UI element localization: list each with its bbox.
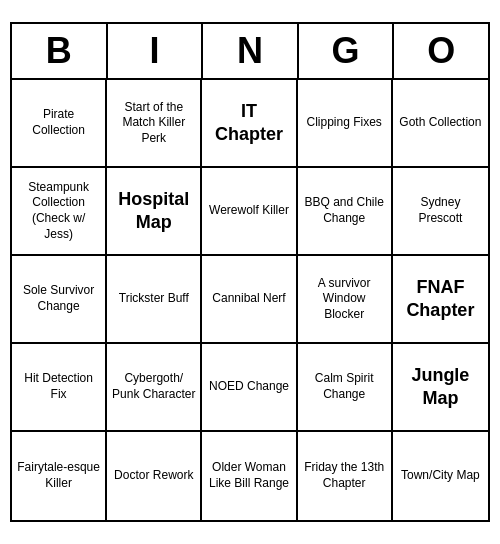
bingo-cell: Werewolf Killer	[202, 168, 297, 256]
bingo-cell: Doctor Rework	[107, 432, 202, 520]
bingo-cell: BBQ and Chile Change	[298, 168, 393, 256]
bingo-cell: Calm Spirit Change	[298, 344, 393, 432]
bingo-cell: Jungle Map	[393, 344, 488, 432]
header-letter: O	[394, 24, 488, 78]
bingo-cell: Friday the 13th Chapter	[298, 432, 393, 520]
bingo-cell: Clipping Fixes	[298, 80, 393, 168]
bingo-cell: Town/City Map	[393, 432, 488, 520]
header-letter: G	[299, 24, 395, 78]
bingo-cell: Fairytale-esque Killer	[12, 432, 107, 520]
bingo-cell: Cybergoth/ Punk Character	[107, 344, 202, 432]
bingo-cell: IT Chapter	[202, 80, 297, 168]
bingo-cell: A survivor Window Blocker	[298, 256, 393, 344]
bingo-cell: Steampunk Collection (Check w/ Jess)	[12, 168, 107, 256]
bingo-cell: Older Woman Like Bill Range	[202, 432, 297, 520]
bingo-cell: Sole Survivor Change	[12, 256, 107, 344]
header-letter: N	[203, 24, 299, 78]
bingo-cell: Hit Detection Fix	[12, 344, 107, 432]
bingo-cell: Start of the Match Killer Perk	[107, 80, 202, 168]
bingo-header: BINGO	[12, 24, 488, 80]
bingo-grid: Pirate CollectionStart of the Match Kill…	[12, 80, 488, 520]
header-letter: I	[108, 24, 204, 78]
bingo-cell: Sydney Prescott	[393, 168, 488, 256]
bingo-cell: FNAF Chapter	[393, 256, 488, 344]
bingo-cell: NOED Change	[202, 344, 297, 432]
bingo-cell: Pirate Collection	[12, 80, 107, 168]
bingo-card: BINGO Pirate CollectionStart of the Matc…	[10, 22, 490, 522]
bingo-cell: Hospital Map	[107, 168, 202, 256]
bingo-cell: Goth Collection	[393, 80, 488, 168]
header-letter: B	[12, 24, 108, 78]
bingo-cell: Trickster Buff	[107, 256, 202, 344]
bingo-cell: Cannibal Nerf	[202, 256, 297, 344]
